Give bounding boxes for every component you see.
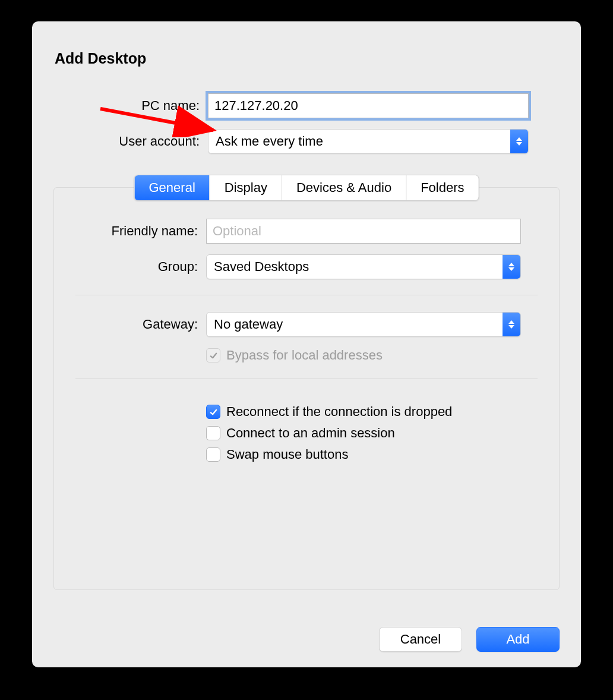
gateway-value: No gateway <box>207 313 503 336</box>
tab-bar: General Display Devices & Audio Folders <box>134 175 479 201</box>
check-icon <box>209 351 218 360</box>
chevron-up-down-icon <box>510 130 528 153</box>
gateway-label: Gateway: <box>75 317 206 332</box>
admin-session-label: Connect to an admin session <box>226 425 395 441</box>
cancel-button[interactable]: Cancel <box>379 627 462 652</box>
swap-mouse-row: Swap mouse buttons <box>206 447 538 462</box>
bypass-checkbox <box>206 348 220 362</box>
reconnect-row: Reconnect if the connection is dropped <box>206 404 538 420</box>
divider <box>75 295 538 295</box>
tab-devices-audio[interactable]: Devices & Audio <box>282 175 406 200</box>
options-block: Reconnect if the connection is dropped C… <box>75 404 538 462</box>
reconnect-label: Reconnect if the connection is dropped <box>226 404 452 420</box>
group-row: Group: Saved Desktops <box>75 254 538 279</box>
bypass-label: Bypass for local addresses <box>226 348 383 363</box>
pc-name-label: PC name: <box>53 98 208 113</box>
group-label: Group: <box>75 259 206 275</box>
group-value: Saved Desktops <box>207 255 503 279</box>
tab-display[interactable]: Display <box>210 175 282 200</box>
dialog-footer: Cancel Add <box>379 627 560 652</box>
swap-mouse-checkbox[interactable] <box>206 447 220 462</box>
swap-mouse-label: Swap mouse buttons <box>226 447 348 462</box>
settings-tabbox: General Display Devices & Audio Folders … <box>53 187 560 590</box>
user-account-value: Ask me every time <box>208 130 510 153</box>
check-icon <box>209 408 218 417</box>
reconnect-checkbox[interactable] <box>206 405 220 419</box>
gateway-row: Gateway: No gateway <box>75 312 538 337</box>
chevron-up-down-icon <box>503 255 520 279</box>
user-account-label: User account: <box>53 134 208 149</box>
friendly-name-input[interactable] <box>206 219 521 244</box>
user-account-row: User account: Ask me every time <box>53 129 560 154</box>
user-account-select[interactable]: Ask me every time <box>208 129 529 154</box>
pc-name-row: PC name: <box>53 93 560 118</box>
tab-folders[interactable]: Folders <box>406 175 478 200</box>
admin-session-row: Connect to an admin session <box>206 425 538 441</box>
chevron-up-down-icon <box>503 313 520 336</box>
friendly-name-label: Friendly name: <box>75 223 206 239</box>
tab-general[interactable]: General <box>135 175 210 200</box>
add-desktop-dialog: Add Desktop PC name: User account: Ask m… <box>32 21 581 667</box>
admin-session-checkbox[interactable] <box>206 426 220 440</box>
gateway-select[interactable]: No gateway <box>206 312 521 337</box>
dialog-title: Add Desktop <box>55 50 560 67</box>
divider <box>75 379 538 379</box>
group-select[interactable]: Saved Desktops <box>206 254 521 279</box>
bypass-row: Bypass for local addresses <box>206 348 538 363</box>
friendly-name-row: Friendly name: <box>75 219 538 244</box>
add-button[interactable]: Add <box>476 627 560 652</box>
pc-name-input[interactable] <box>208 93 529 118</box>
